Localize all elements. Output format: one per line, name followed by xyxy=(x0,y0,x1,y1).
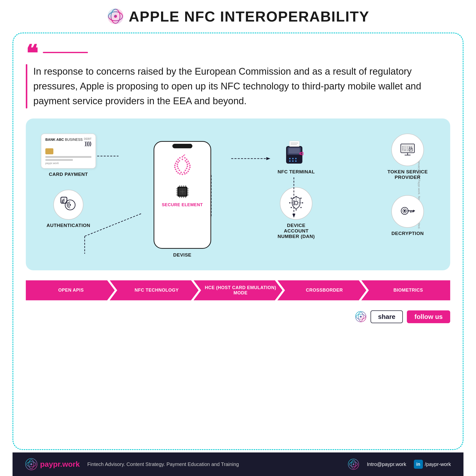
card-debit-label: DEBIT xyxy=(84,138,91,140)
phone-content: SECURE ELEMENT xyxy=(162,154,203,207)
svg-point-29 xyxy=(188,163,190,164)
svg-point-101 xyxy=(300,207,302,208)
svg-point-49 xyxy=(186,172,187,174)
svg-text:1 0: 1 0 xyxy=(407,150,410,152)
phone-label: DEVISE xyxy=(173,252,191,258)
secure-element-box: SECURE ELEMENT xyxy=(162,183,203,207)
svg-point-31 xyxy=(177,164,178,165)
svg-point-24 xyxy=(185,160,186,162)
card-icon: BANK ABC BUSINESS DEBIT )))) xyxy=(41,134,96,169)
secure-element-label: SECURE ELEMENT xyxy=(162,202,203,207)
token-icon-circle: 0 1 1 0 1 0 1 ? 1 0 1 0 1 0 xyxy=(391,134,424,166)
main-container: APPLE NFC INTEROPERABILITY ❝ In response… xyxy=(0,0,476,476)
svg-point-15 xyxy=(69,204,71,206)
linkedin-icon: in xyxy=(414,460,423,469)
header: APPLE NFC INTEROPERABILITY xyxy=(13,8,463,25)
svg-point-82 xyxy=(292,158,294,159)
chip-icon xyxy=(174,183,191,200)
quote-text: In response to concerns raised by the Eu… xyxy=(33,64,450,108)
svg-point-38 xyxy=(175,169,176,170)
svg-point-54 xyxy=(184,154,185,155)
nfc-terminal-icon xyxy=(280,134,312,166)
dan-label: DEVICE ACCOUNT NUMBER (DAN) xyxy=(276,223,316,239)
arrow-item-4: BIOMETRICS xyxy=(361,280,450,300)
card-payment-item: BANK ABC BUSINESS DEBIT )))) xyxy=(41,134,96,177)
svg-point-16 xyxy=(182,156,183,158)
decryption-item: DECRYPTION xyxy=(391,195,424,236)
arrow-item-3: CROSSBORDER xyxy=(277,280,366,300)
svg-point-22 xyxy=(176,161,177,162)
svg-point-84 xyxy=(289,160,291,162)
apple-logo-icon xyxy=(171,154,194,177)
card-bank-name: BANK ABC BUSINESS xyxy=(45,138,83,142)
svg-point-131 xyxy=(360,316,362,318)
svg-point-39 xyxy=(177,168,179,169)
token-service-icon: 0 1 1 0 1 0 1 ? 1 0 1 0 1 0 xyxy=(399,141,416,159)
svg-point-27 xyxy=(177,162,179,163)
svg-point-30 xyxy=(174,165,176,166)
token-provider-label: TOKEN SERVICE PROVIDER xyxy=(384,169,431,180)
svg-point-26 xyxy=(175,163,176,164)
svg-point-3 xyxy=(114,15,117,18)
svg-rect-78 xyxy=(289,141,299,147)
svg-point-44 xyxy=(185,170,186,171)
follow-logo-icon xyxy=(355,311,367,322)
svg-point-52 xyxy=(182,174,183,175)
diagram-section: January 2023. Paypr.work. No alterations… xyxy=(26,118,450,270)
svg-point-32 xyxy=(187,164,188,165)
footer-linkedin: in /paypr-work xyxy=(414,460,451,469)
card-line-2 xyxy=(45,159,73,161)
svg-point-28 xyxy=(186,162,187,163)
share-button[interactable]: share xyxy=(371,310,403,323)
svg-point-86 xyxy=(295,160,297,162)
card-line-1 xyxy=(45,156,91,158)
footer-icon xyxy=(348,458,359,470)
svg-point-139 xyxy=(353,463,354,465)
svg-text:1 0: 1 0 xyxy=(402,150,406,152)
authentication-label: AUTHENTICATION xyxy=(47,223,90,228)
quote-body: In response to concerns raised by the Eu… xyxy=(26,64,450,108)
svg-point-102 xyxy=(291,207,292,208)
svg-point-21 xyxy=(186,159,187,160)
border-wrapper: ❝ In response to concerns raised by the … xyxy=(13,33,463,450)
footer-logo-part1: paypr xyxy=(40,460,60,468)
svg-point-83 xyxy=(295,158,297,159)
footer-linkedin-text: /paypr-work xyxy=(425,461,451,467)
phone-device: SECURE ELEMENT xyxy=(154,141,211,249)
svg-rect-77 xyxy=(289,148,300,154)
svg-point-99 xyxy=(300,197,302,199)
svg-point-34 xyxy=(174,167,176,168)
header-logo-icon xyxy=(107,8,124,25)
svg-point-48 xyxy=(183,172,185,173)
svg-point-120 xyxy=(410,149,411,150)
decryption-icon-circle xyxy=(391,195,424,228)
arrow-item-1: NFC TECHNOLOGY xyxy=(110,280,199,300)
svg-point-98 xyxy=(289,202,290,203)
svg-point-42 xyxy=(176,171,177,172)
card-lines xyxy=(45,156,91,161)
svg-point-43 xyxy=(179,170,180,171)
svg-point-97 xyxy=(302,202,303,203)
follow-button[interactable]: follow us xyxy=(407,310,450,323)
arrow-nfc-technology: NFC TECHNOLOGY xyxy=(110,280,199,300)
authentication-icon-circle xyxy=(53,190,83,220)
svg-point-50 xyxy=(179,173,181,175)
decryption-icon xyxy=(399,203,416,220)
svg-point-51 xyxy=(184,173,186,175)
nfc-terminal-item: NFC TERMINAL xyxy=(278,134,315,175)
arrow-hce: HCE (HOST CARD EMULATION) MODE xyxy=(194,280,283,300)
decryption-label: DECRYPTION xyxy=(392,231,424,236)
quote-bar-decoration xyxy=(26,64,27,108)
svg-line-95 xyxy=(294,204,295,205)
svg-point-103 xyxy=(296,209,297,210)
footer-logo: paypr.work Fintech Advisory. Content Str… xyxy=(25,458,239,470)
svg-point-87 xyxy=(295,201,298,204)
svg-point-18 xyxy=(184,157,186,159)
quote-mark-row: ❝ xyxy=(26,43,450,62)
header-title: APPLE NFC INTEROPERABILITY xyxy=(129,8,370,25)
dan-icon xyxy=(287,195,305,212)
token-provider-item: 0 1 1 0 1 0 1 ? 1 0 1 0 1 0 xyxy=(384,134,431,180)
nfc-terminal-label: NFC TERMINAL xyxy=(278,169,315,175)
svg-point-53 xyxy=(183,155,184,156)
svg-point-46 xyxy=(177,172,179,174)
